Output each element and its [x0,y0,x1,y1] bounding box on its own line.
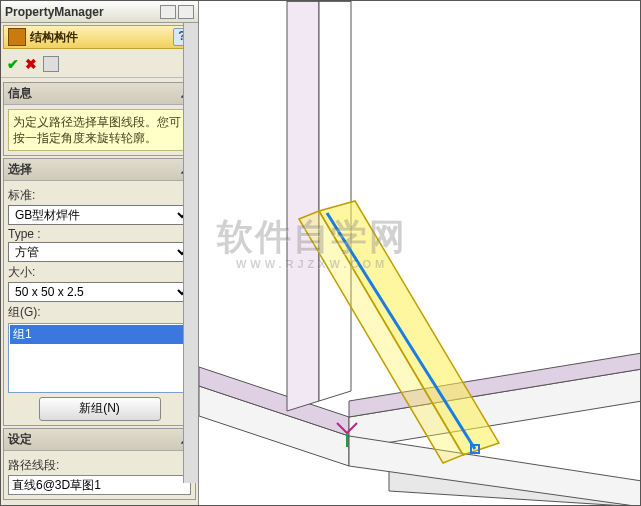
structural-member-icon [8,28,26,46]
info-header[interactable]: 信息 ︽ [4,83,195,105]
ok-button[interactable]: ✔ [7,56,19,72]
feature-header: 结构构件 ? [3,25,196,49]
pm-split-icon[interactable] [160,5,176,19]
feature-title-text: 结构构件 [30,29,173,46]
group-item-selected[interactable]: 组1 [10,325,189,344]
property-manager-panel: PropertyManager 结构构件 ? ✔ ✖ 信息 ︽ [1,1,199,505]
size-label: 大小: [8,264,191,281]
settings-header[interactable]: 设定 ︽ [4,429,195,451]
standard-label: 标准: [8,187,191,204]
svg-marker-6 [287,1,319,411]
info-message: 为定义路径选择草图线段。您可按一指定角度来旋转轮廓。 [8,109,191,151]
select-header-text: 选择 [8,161,32,178]
select-header[interactable]: 选择 ︽ [4,159,195,181]
cancel-button[interactable]: ✖ [25,56,37,72]
group-label: 组(G): [8,304,191,321]
size-combo[interactable]: 50 x 50 x 2.5 [8,282,191,302]
settings-header-text: 设定 [8,431,32,448]
pushpin-icon[interactable] [43,56,59,72]
pm-close-icon[interactable] [178,5,194,19]
graphics-viewport[interactable]: 软件自学网 WWW.RJZXW.COM [199,1,640,505]
panel-scroll: 信息 ︽ 为定义路径选择草图线段。您可按一指定角度来旋转轮廓。 选择 ︽ 标准:… [1,78,198,505]
settings-section: 设定 ︽ 路径线段: [3,428,196,500]
standard-combo[interactable]: GB型材焊件 [8,205,191,225]
beam-right-front [349,436,640,505]
new-group-button[interactable]: 新组(N) [39,397,161,421]
group-listbox[interactable]: 组1 [8,323,191,393]
svg-marker-7 [319,1,351,401]
path-label: 路径线段: [8,457,191,474]
select-section: 选择 ︽ 标准: GB型材焊件 Type : 方管 大小: 50 x 50 x … [3,158,196,426]
pm-title-text: PropertyManager [5,5,160,19]
info-header-text: 信息 [8,85,32,102]
type-label: Type : [8,227,191,241]
command-bar: ✔ ✖ [1,51,198,78]
pm-titlebar: PropertyManager [1,1,198,23]
path-segment-field[interactable] [8,475,191,495]
panel-scrollbar[interactable] [183,23,198,483]
info-section: 信息 ︽ 为定义路径选择草图线段。您可按一指定角度来旋转轮廓。 [3,82,196,156]
type-combo[interactable]: 方管 [8,242,191,262]
